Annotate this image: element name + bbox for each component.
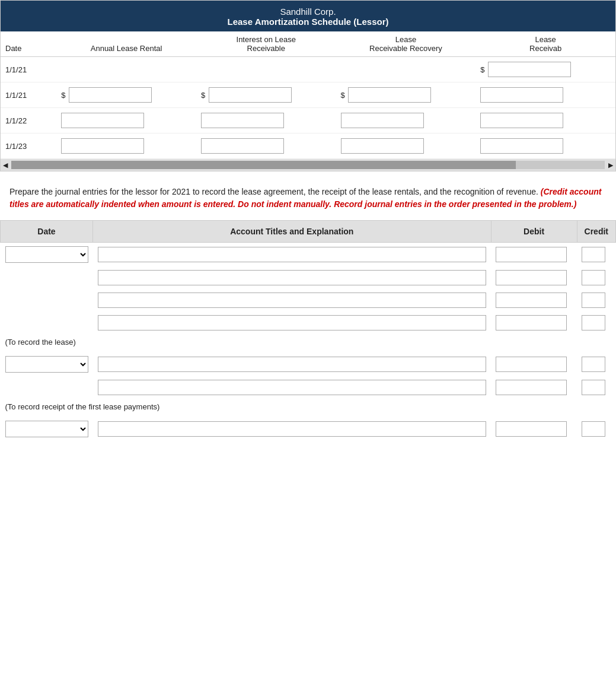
account-input-g3r1[interactable] xyxy=(98,421,487,437)
cell-annual-2: $ xyxy=(56,82,196,108)
date-cell: 1/1/22 xyxy=(1,108,56,134)
instructions-section: Prepare the journal entries for the less… xyxy=(0,171,616,220)
account-input-g1r4[interactable] xyxy=(98,315,487,330)
instruction-main-text: Prepare the journal entries for the less… xyxy=(9,187,538,196)
table-row: 1/1/22 xyxy=(1,108,615,134)
input-interest-r3[interactable] xyxy=(201,113,284,128)
col-header-date: Date xyxy=(1,31,56,57)
journal-entry-row xyxy=(1,417,616,441)
horizontal-scrollbar[interactable]: ◀ ▶ xyxy=(1,159,615,171)
credit-input-g2r1[interactable] xyxy=(582,357,605,372)
date-select-2[interactable] xyxy=(5,356,88,373)
cell-recovery-3 xyxy=(336,108,476,134)
journal-entry-row xyxy=(1,312,616,334)
date-cell: 1/1/21 xyxy=(1,82,56,108)
cell-recovery-1 xyxy=(336,57,476,82)
date-empty-g1r4 xyxy=(1,312,93,334)
credit-cell-g3r1 xyxy=(577,417,615,441)
credit-input-g1r3[interactable] xyxy=(582,293,605,308)
date-select-1[interactable] xyxy=(5,246,88,263)
journal-section: Date Account Titles and Explanation Debi… xyxy=(0,220,616,453)
date-select-cell-2 xyxy=(1,352,93,376)
input-lease-r3[interactable] xyxy=(480,113,563,128)
note-text-1: (To record the lease) xyxy=(1,334,616,352)
credit-input-g2r2[interactable] xyxy=(582,380,605,395)
debit-input-g1r4[interactable] xyxy=(496,315,567,330)
scroll-track[interactable] xyxy=(11,161,605,169)
account-input-g1r1[interactable] xyxy=(98,247,487,262)
credit-cell-g2r1 xyxy=(577,352,615,376)
date-empty-g1r2 xyxy=(1,266,93,289)
date-cell: 1/1/23 xyxy=(1,134,56,159)
date-select-3[interactable] xyxy=(5,421,88,437)
col-header-recovery: LeaseReceivable Recovery xyxy=(336,31,476,57)
date-empty-g2r2 xyxy=(1,376,93,399)
account-input-g1r2[interactable] xyxy=(98,270,487,285)
journal-col-date: Date xyxy=(1,221,93,243)
note-row-2: (To record receipt of the first lease pa… xyxy=(1,399,616,417)
credit-cell-g1r1 xyxy=(577,243,615,267)
input-lease-r4[interactable] xyxy=(480,138,563,154)
cell-interest-3 xyxy=(196,108,336,134)
journal-entry-row xyxy=(1,243,616,267)
credit-input-g1r2[interactable] xyxy=(582,270,605,285)
debit-cell-g3r1 xyxy=(491,417,577,441)
table-row: 1/1/21 $ xyxy=(1,57,615,82)
debit-input-g1r2[interactable] xyxy=(496,270,567,285)
input-recovery-r2[interactable] xyxy=(348,87,431,103)
account-input-g1r3[interactable] xyxy=(98,293,487,308)
scroll-thumb[interactable] xyxy=(11,161,516,169)
company-name: Sandhill Corp. xyxy=(1,7,615,17)
debit-cell-g1r1 xyxy=(491,243,577,267)
credit-cell-g1r4 xyxy=(577,312,615,334)
input-lease-r1[interactable] xyxy=(488,62,571,77)
input-interest-r2[interactable] xyxy=(209,87,292,103)
account-cell-g1r3 xyxy=(93,289,491,312)
input-annual-r2[interactable] xyxy=(69,87,152,103)
debit-input-g1r3[interactable] xyxy=(496,293,567,308)
journal-entry-row xyxy=(1,352,616,376)
col-header-interest: Interest on LeaseReceivable xyxy=(196,31,336,57)
journal-table: Date Account Titles and Explanation Debi… xyxy=(0,220,616,441)
account-input-g2r2[interactable] xyxy=(98,380,487,395)
account-input-g2r1[interactable] xyxy=(98,357,487,372)
schedule-title: Lease Amortization Schedule (Lessor) xyxy=(1,17,615,27)
table-row: 1/1/21 $ $ $ xyxy=(1,82,615,108)
debit-cell-g1r2 xyxy=(491,266,577,289)
journal-col-debit: Debit xyxy=(491,221,577,243)
input-annual-r4[interactable] xyxy=(61,138,144,154)
cell-recovery-2: $ xyxy=(336,82,476,108)
debit-input-g1r1[interactable] xyxy=(496,247,567,262)
schedule-header: Sandhill Corp. Lease Amortization Schedu… xyxy=(1,1,615,31)
debit-input-g2r2[interactable] xyxy=(496,380,567,395)
input-interest-r4[interactable] xyxy=(201,138,284,154)
debit-input-g3r1[interactable] xyxy=(496,421,567,437)
table-row: 1/1/23 xyxy=(1,134,615,159)
cell-lease-2 xyxy=(475,82,615,108)
credit-input-g1r1[interactable] xyxy=(582,247,605,262)
cell-lease-1: $ xyxy=(475,57,615,82)
debit-cell-g1r4 xyxy=(491,312,577,334)
input-lease-r2[interactable] xyxy=(480,87,563,103)
amortization-schedule-section: Sandhill Corp. Lease Amortization Schedu… xyxy=(0,0,616,171)
cell-annual-1 xyxy=(56,57,196,82)
cell-interest-4 xyxy=(196,134,336,159)
cell-lease-4 xyxy=(475,134,615,159)
cell-interest-2: $ xyxy=(196,82,336,108)
journal-header-row: Date Account Titles and Explanation Debi… xyxy=(1,221,616,243)
journal-entry-row xyxy=(1,376,616,399)
date-select-cell-3 xyxy=(1,417,93,441)
input-recovery-r4[interactable] xyxy=(341,138,424,154)
account-cell-g1r1 xyxy=(93,243,491,267)
scroll-right-arrow[interactable]: ▶ xyxy=(607,161,614,169)
cell-lease-3 xyxy=(475,108,615,134)
credit-input-g3r1[interactable] xyxy=(582,421,605,437)
col-header-receivable: LeaseReceivab xyxy=(475,31,615,57)
journal-col-credit: Credit xyxy=(577,221,615,243)
debit-input-g2r1[interactable] xyxy=(496,357,567,372)
scroll-left-arrow[interactable]: ◀ xyxy=(2,161,9,169)
input-recovery-r3[interactable] xyxy=(341,113,424,128)
credit-cell-g1r3 xyxy=(577,289,615,312)
credit-input-g1r4[interactable] xyxy=(582,315,605,330)
input-annual-r3[interactable] xyxy=(61,113,144,128)
